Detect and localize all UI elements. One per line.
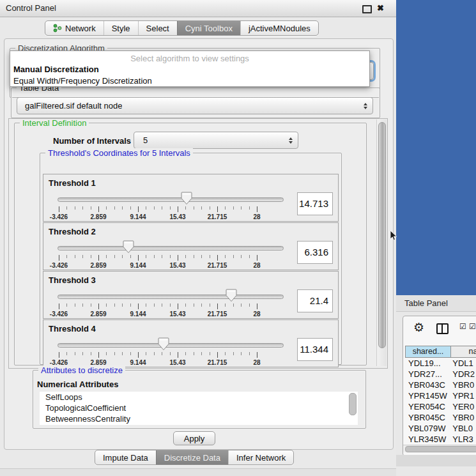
split-columns-icon[interactable] — [436, 323, 449, 334]
threshold-row: Threshold 1 -3.4262.8599.14415.4321.7152… — [43, 174, 339, 222]
scale-label: 28 — [253, 213, 260, 220]
table-cell: YBR045C — [405, 412, 449, 423]
tab-label: Discretize Data — [164, 453, 220, 463]
thresholds-box: Threshold's Coordinates for 5 Intervals … — [40, 153, 342, 365]
tab-jactivemnodules[interactable]: jActiveMNodules — [240, 21, 318, 35]
slider-track[interactable] — [58, 197, 284, 202]
float-window-icon[interactable] — [362, 5, 372, 13]
horizontal-scrollbar[interactable] — [403, 445, 476, 452]
scale-label: 28 — [253, 359, 260, 366]
table-row[interactable]: YDL19...YDL1 — [405, 358, 476, 369]
checkbox-icon[interactable]: ☑ — [469, 322, 476, 331]
table-cell: YLR345W — [405, 434, 449, 445]
apply-button[interactable]: Apply — [173, 431, 215, 445]
slider-major-ticks — [59, 303, 259, 309]
scale-label: 15.43 — [169, 213, 185, 220]
bottom-tab-bar: Impute DataDiscretize DataInfer Network — [95, 450, 294, 465]
scale-label: -3.426 — [50, 213, 68, 220]
interval-definition-box-title: Interval Definition — [20, 118, 89, 128]
threshold-slider[interactable]: -3.4262.8599.14415.4321.71528 — [56, 240, 327, 270]
window-bottom-edge — [0, 469, 396, 476]
slider-thumb[interactable] — [123, 240, 134, 254]
vertical-scrollbar[interactable] — [376, 119, 387, 366]
threshold-value-field[interactable]: 11.344 — [297, 338, 333, 361]
vertical-scrollbar-thumb[interactable] — [378, 122, 386, 348]
attribute-item-selfloops[interactable]: SelfLoops — [40, 392, 358, 403]
table-row[interactable]: YLR345WYLR3 — [405, 434, 476, 445]
scale-label: 9.144 — [130, 311, 146, 318]
tab-discretize-data[interactable]: Discretize Data — [156, 450, 228, 464]
numerical-attributes-list[interactable]: SelfLoopsTopologicalCoefficientBetweenne… — [40, 392, 358, 425]
table-row[interactable]: YDR27...YDR2 — [405, 369, 476, 380]
tab-label: Cyni Toolbox — [185, 24, 233, 33]
attribute-item-betweennesscentrality[interactable]: BetweennessCentrality — [40, 413, 358, 424]
threshold-slider[interactable]: -3.4262.8599.14415.4321.71528 — [56, 288, 327, 318]
table-body: YDL19...YDL1YDR27...YDR2YBR043CYBR0YPR14… — [405, 358, 476, 445]
scale-label: -3.426 — [50, 262, 68, 269]
column-header-shared[interactable]: shared... — [405, 346, 451, 358]
tab-label: Infer Network — [236, 453, 286, 463]
slider-thumb[interactable] — [226, 289, 237, 302]
tab-style[interactable]: Style — [104, 21, 138, 35]
tab-network[interactable]: Network — [45, 21, 104, 35]
list-scrollbar-thumb[interactable] — [349, 393, 357, 415]
scale-label: 9.144 — [130, 262, 146, 269]
scale-label: 21.715 — [208, 311, 227, 318]
threshold-value-field[interactable]: 21.4 — [297, 289, 333, 312]
scale-label: 15.43 — [169, 311, 185, 318]
threshold-slider[interactable]: -3.4262.8599.14415.4321.71528 — [56, 191, 327, 221]
table-row[interactable]: YPR145WYPR1 — [405, 390, 476, 401]
tab-infer-network[interactable]: Infer Network — [228, 450, 293, 464]
slider-track[interactable] — [58, 343, 284, 348]
table-data-box: Table Data galFiltered.sif default node — [11, 88, 380, 118]
tab-select[interactable]: Select — [138, 21, 177, 35]
scale-label: 21.715 — [208, 359, 227, 366]
table-cell: YLR3 — [449, 434, 476, 445]
scale-label: 28 — [253, 311, 260, 318]
algorithm-option-equal-width-frequency-discretization[interactable]: Equal Width/Frequency Discretization — [10, 75, 369, 87]
algorithm-dropdown-popup: Select algorithm to view settings Manual… — [10, 50, 370, 87]
table-row[interactable]: YBL079WYBL0 — [405, 423, 476, 434]
slider-track[interactable] — [58, 246, 284, 250]
scale-label: 9.144 — [130, 213, 146, 220]
table-row[interactable]: YER054CYER0 — [405, 401, 476, 412]
attribute-item-topologicalcoefficient[interactable]: TopologicalCoefficient — [40, 403, 358, 413]
cyni-toolbox-panel: Discretization Algorithm Select algorith… — [4, 38, 394, 450]
close-icon[interactable]: ✖ — [377, 3, 384, 13]
table-cell: YPR145W — [405, 390, 449, 401]
column-header-na[interactable]: na — [451, 346, 476, 358]
scale-label: 15.43 — [169, 359, 185, 366]
number-of-intervals-value: 5 — [134, 135, 148, 145]
scale-label: -3.426 — [50, 311, 68, 318]
desktop-background: GAL80GCGAL11GAL4GCY1HHAP2 — [396, 0, 476, 295]
slider-thumb[interactable] — [181, 192, 192, 205]
slider-major-ticks — [59, 206, 259, 212]
gear-icon[interactable]: ⚙ — [413, 320, 424, 334]
algorithm-option-manual-discretization[interactable]: Manual Discretization — [10, 64, 369, 75]
tab-cyni-toolbox[interactable]: Cyni Toolbox — [177, 21, 240, 35]
tab-label: Select — [146, 24, 169, 33]
top-tab-bar: NetworkStyleSelectCyni ToolboxjActiveMNo… — [45, 20, 319, 36]
table-panel-title: Table Panel — [404, 298, 448, 308]
threshold-value-field[interactable]: 14.713 — [297, 192, 333, 215]
table-row[interactable]: YBR045CYBR0 — [405, 412, 476, 423]
slider-thumb[interactable] — [158, 337, 169, 351]
algorithm-popup-options: Manual DiscretizationEqual Width/Frequen… — [10, 64, 369, 87]
number-of-intervals-combo[interactable]: 5 — [134, 132, 298, 149]
table-data-combo[interactable]: galFiltered.sif default node — [17, 97, 373, 114]
table-header-row: shared...na — [405, 346, 476, 358]
table-cell: YBL079W — [405, 423, 449, 434]
scale-label: 15.43 — [169, 262, 185, 269]
table-cell: YBL0 — [449, 423, 476, 434]
combo-stepper-icon — [364, 103, 367, 109]
threshold-slider[interactable]: -3.4262.8599.14415.4321.71528 — [56, 337, 327, 367]
horizontal-scrollbar-thumb[interactable] — [405, 446, 476, 452]
tab-impute-data[interactable]: Impute Data — [95, 450, 156, 464]
threshold-value-field[interactable]: 6.316 — [297, 241, 333, 264]
table-data-combo-value: galFiltered.sif default node — [17, 101, 122, 111]
slider-track[interactable] — [58, 295, 284, 299]
threshold-label: Threshold 2 — [49, 227, 96, 236]
checkbox-icon[interactable]: ☑ — [459, 322, 467, 331]
threshold-row: Threshold 4 -3.4262.8599.14415.4321.7152… — [43, 319, 339, 367]
table-row[interactable]: YBR043CYBR0 — [405, 380, 476, 390]
